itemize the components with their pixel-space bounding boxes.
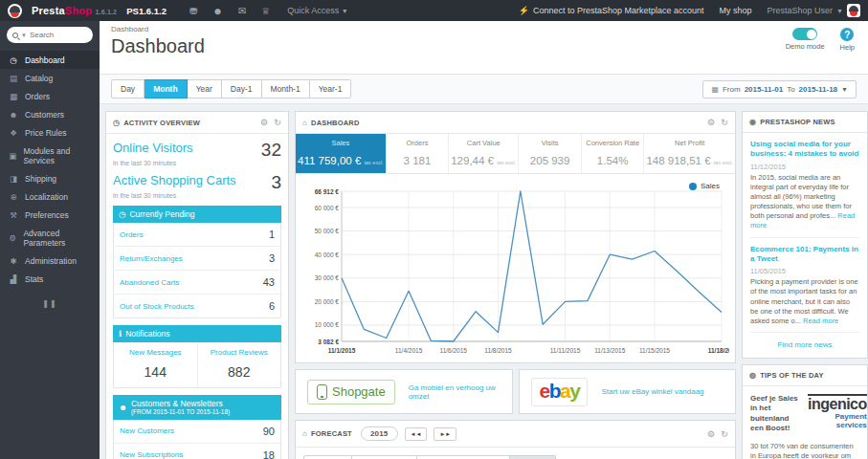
quick-access-menu[interactable]: Quick Access ▼ — [287, 6, 347, 15]
ebay-logo: ebay — [531, 378, 589, 406]
administration-icon: ✱ — [9, 256, 18, 266]
shipping-icon: ◨ — [9, 174, 18, 184]
date-from: 2015-11-01 — [745, 85, 783, 94]
activity-overview-panel: ◷ ACTIVITY OVERVIEW ⚙ ↻ Online Visitors … — [105, 111, 289, 459]
forecast-prev-button[interactable]: ◄◄ — [405, 427, 428, 441]
sidebar-item-orders[interactable]: ▦ Orders — [0, 87, 100, 105]
gear-icon[interactable]: ⚙ — [707, 118, 715, 127]
page-header: Dashboard Dashboard Demo mode ? Help — [100, 21, 868, 75]
chart-legend[interactable]: Sales — [689, 182, 720, 190]
plug-icon: ⚡ — [519, 6, 529, 15]
ebay-banner[interactable]: ebay Start uw eBay winkel vandaag — [519, 369, 737, 414]
user-avatar — [847, 4, 860, 17]
filter-day-button[interactable]: Day — [111, 79, 145, 98]
svg-text:11/6/2015: 11/6/2015 — [440, 347, 468, 354]
news-article: Using social media for your business: 4 … — [743, 133, 867, 237]
kpi-orders-tab[interactable]: Orders 3 181 — [387, 134, 450, 173]
catalog-icon: ▤ — [9, 74, 18, 83]
sidebar-item-stats[interactable]: ▟ Stats — [0, 270, 100, 288]
ebay-link[interactable]: Start uw eBay winkel vandaag — [601, 387, 703, 396]
trophy-icon[interactable]: ♕ — [261, 6, 270, 16]
sidebar-item-dashboard[interactable]: ◷ Dashboard — [0, 51, 100, 69]
help-icon[interactable]: ? — [840, 28, 854, 41]
out-of-stock-row[interactable]: Out of Stock Products 6 — [114, 295, 280, 317]
search-scope-caret-icon[interactable]: ▼ — [21, 33, 27, 38]
filter-month-1-button[interactable]: Month-1 — [262, 79, 310, 98]
breadcrumb[interactable]: Dashboard — [111, 25, 857, 33]
sidebar-item-advanced-parameters[interactable]: ⚙ Advanced Parameters — [0, 224, 100, 251]
kpi-net-profit-tab[interactable]: Net Profit 148 918,51 € tax excl. — [644, 134, 735, 173]
user-menu[interactable]: PrestaShop User ▼ — [768, 4, 860, 17]
news-panel-title: PRESTASHOP NEWS — [760, 118, 835, 126]
kpi-visits-tab[interactable]: Visits 205 939 — [519, 134, 582, 173]
shopgate-banner[interactable]: Shopgate Ga mobiel en verhoog uw omzet — [295, 369, 513, 414]
sidebar-item-localization[interactable]: ⊕ Localization — [0, 187, 100, 206]
new-subscriptions-row[interactable]: New Subscriptions 18 — [114, 444, 280, 459]
sidebar-item-shipping[interactable]: ◨ Shipping — [0, 169, 100, 187]
svg-text:11/8/2015: 11/8/2015 — [484, 347, 512, 354]
sidebar-item-price-rules[interactable]: ❖ Price Rules — [0, 123, 100, 142]
filter-year-1-button[interactable]: Year-1 — [310, 79, 352, 98]
abandoned-carts-row[interactable]: Abandoned Carts 43 — [114, 271, 280, 295]
page-title: Dashboard — [111, 35, 857, 57]
product-reviews-cell[interactable]: Product Reviews 882 — [198, 342, 281, 387]
demo-mode-label: Demo mode — [786, 42, 825, 51]
sales-chart-svg: 3 082 €10 000 €20 000 €30 000 €40 000 €5… — [298, 180, 729, 357]
sidebar-item-modules[interactable]: ▣ Modules and Services — [0, 142, 100, 169]
kpi-conversion-rate-tab[interactable]: Conversion Rate 1.54% — [582, 134, 645, 173]
sidebar-collapse-button[interactable]: ❚❚ — [0, 299, 100, 308]
dashboard-icon: ⌂ — [302, 119, 307, 127]
forecast-conversion-toggle[interactable]: Conversion — [352, 455, 417, 459]
my-shop-link[interactable]: My shop — [720, 6, 752, 15]
dashboard-panel-title: DASHBOARD — [311, 119, 360, 127]
filter-day-1-button[interactable]: Day-1 — [222, 79, 262, 98]
pending-returns-row[interactable]: Return/Exchanges 3 — [114, 247, 280, 271]
svg-text:30 000 €: 30 000 € — [315, 274, 340, 281]
forecast-sales-toggle[interactable]: Sales — [510, 455, 556, 459]
date-range-button[interactable]: ▦ From 2015-11-01 To 2015-11-18 ▼ — [702, 80, 857, 98]
sidebar-item-preferences[interactable]: ⚒ Preferences — [0, 206, 100, 224]
active-carts-link[interactable]: Active Shopping Carts — [113, 173, 236, 187]
shopgate-logo: Shopgate — [307, 380, 395, 404]
news-article: Ecommerce 101: Payments in a Tweet 11/05… — [743, 238, 867, 332]
new-messages-cell[interactable]: New Messages 144 — [114, 342, 198, 387]
article-title-link[interactable]: Using social media for your business: 4 … — [750, 140, 859, 160]
svg-text:40 000 €: 40 000 € — [315, 251, 340, 258]
customers-icon[interactable]: ☻ — [212, 6, 223, 16]
cart-icon[interactable]: ⛃ — [189, 6, 197, 16]
find-more-news-link[interactable]: Find more news — [743, 333, 867, 358]
refresh-icon[interactable]: ↻ — [721, 118, 728, 127]
demo-mode-toggle[interactable] — [792, 28, 817, 40]
sidebar-search[interactable]: ▼ — [7, 27, 93, 43]
users-icon: ☻ — [119, 403, 127, 412]
new-customers-row[interactable]: New Customers 90 — [114, 420, 280, 444]
forecast-traffic-toggle[interactable]: Traffic — [303, 455, 352, 459]
online-visitors-link[interactable]: Online Visitors — [113, 141, 193, 155]
calendar-icon: ▦ — [711, 85, 719, 94]
svg-text:10 000 €: 10 000 € — [315, 321, 340, 328]
svg-text:11/15/2015: 11/15/2015 — [639, 347, 670, 354]
sidebar-item-customers[interactable]: ☻ Customers — [0, 105, 100, 123]
article-title-link[interactable]: Ecommerce 101: Payments in a Tweet — [750, 245, 859, 265]
kpi-cart-value-tab[interactable]: Cart Value 129,44 € tax excl. — [449, 134, 519, 173]
gear-icon[interactable]: ⚙ — [707, 429, 715, 439]
forecast-avg-cart-toggle[interactable]: Average Cart Value — [417, 455, 510, 459]
marketplace-link[interactable]: ⚡ Connect to PrestaShop Marketplace acco… — [519, 6, 704, 15]
shop-name-link[interactable]: PS1.6.1.2 — [126, 6, 167, 16]
filter-year-button[interactable]: Year — [188, 79, 222, 98]
refresh-icon[interactable]: ↻ — [274, 118, 281, 127]
info-icon: ℹ — [119, 329, 122, 339]
shopgate-link[interactable]: Ga mobiel en verhoog uw omzet — [409, 383, 501, 401]
pending-orders-row[interactable]: Orders 1 — [114, 223, 280, 247]
kpi-sales-tab[interactable]: Sales 411 759,00 € tax excl. — [296, 134, 387, 173]
messages-icon[interactable]: ✉ — [238, 6, 246, 16]
read-more-link[interactable]: Read more — [803, 317, 838, 325]
sidebar-item-administration[interactable]: ✱ Administration — [0, 251, 100, 270]
search-icon — [12, 33, 18, 38]
filter-month-button[interactable]: Month — [145, 79, 188, 98]
gear-icon[interactable]: ⚙ — [260, 118, 268, 127]
refresh-icon[interactable]: ↻ — [721, 429, 728, 439]
forecast-next-button[interactable]: ►► — [434, 427, 456, 441]
sidebar-item-catalog[interactable]: ▤ Catalog — [0, 69, 100, 87]
search-input[interactable] — [30, 31, 85, 39]
